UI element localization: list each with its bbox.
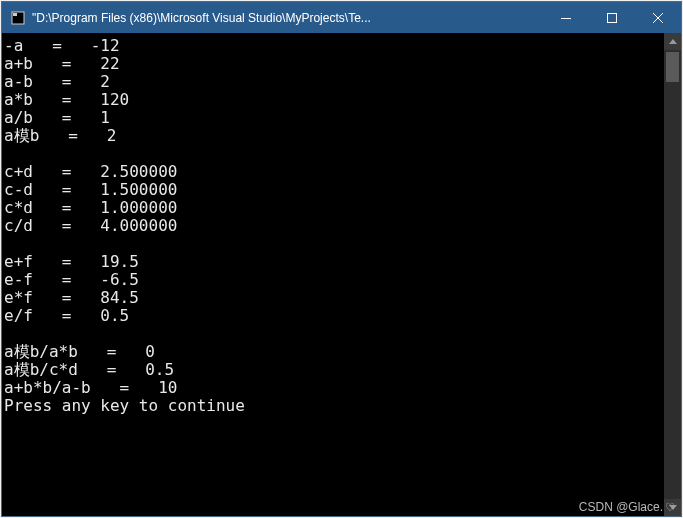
svg-rect-3 [608, 13, 617, 22]
maximize-button[interactable] [589, 2, 635, 33]
watermark: CSDN @Glace. ♡ [579, 500, 675, 514]
console-line: a*b = 120 [4, 91, 660, 109]
console-line: c+d = 2.500000 [4, 163, 660, 181]
svg-rect-1 [13, 13, 17, 16]
console-line: e+f = 19.5 [4, 253, 660, 271]
scroll-thumb[interactable] [666, 52, 679, 82]
console-line: a+b*b/a-b = 10 [4, 379, 660, 397]
console-line [4, 145, 660, 163]
close-button[interactable] [635, 2, 681, 33]
console-line: a-b = 2 [4, 73, 660, 91]
console-line [4, 325, 660, 343]
vertical-scrollbar[interactable] [664, 33, 681, 516]
console-line: e*f = 84.5 [4, 289, 660, 307]
window-title: "D:\Program Files (x86)\Microsoft Visual… [32, 11, 543, 25]
console-line: a模b/c*d = 0.5 [4, 361, 660, 379]
watermark-text: CSDN @Glace. [579, 500, 663, 514]
window-controls [543, 2, 681, 33]
console-line: c-d = 1.500000 [4, 181, 660, 199]
console-line: c*d = 1.000000 [4, 199, 660, 217]
scroll-up-button[interactable] [664, 33, 681, 50]
console-line [4, 235, 660, 253]
console-line: a模b = 2 [4, 127, 660, 145]
console-line: e-f = -6.5 [4, 271, 660, 289]
svg-rect-2 [561, 18, 571, 19]
console-line: a+b = 22 [4, 55, 660, 73]
console-output[interactable]: -a = -12a+b = 22a-b = 2a*b = 120a/b = 1a… [2, 33, 664, 516]
console-line: a/b = 1 [4, 109, 660, 127]
heart-icon: ♡ [665, 501, 675, 514]
app-icon [10, 10, 26, 26]
console-line: a模b/a*b = 0 [4, 343, 660, 361]
client-area: -a = -12a+b = 22a-b = 2a*b = 120a/b = 1a… [2, 33, 681, 516]
console-window: "D:\Program Files (x86)\Microsoft Visual… [1, 1, 682, 517]
console-line: -a = -12 [4, 37, 660, 55]
minimize-button[interactable] [543, 2, 589, 33]
console-line: e/f = 0.5 [4, 307, 660, 325]
titlebar[interactable]: "D:\Program Files (x86)\Microsoft Visual… [2, 2, 681, 33]
console-line: Press any key to continue [4, 397, 660, 415]
console-line: c/d = 4.000000 [4, 217, 660, 235]
